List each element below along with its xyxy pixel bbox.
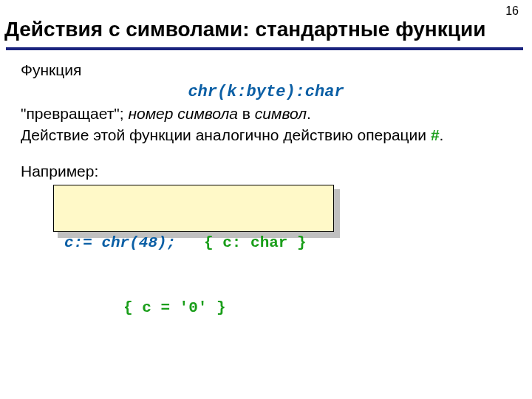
code-block: c:= chr(48); { c: char } { c = '0' }	[53, 185, 334, 232]
title-underline	[6, 47, 523, 50]
text-fragment: .	[307, 105, 311, 122]
text-fragment: в	[238, 105, 255, 122]
code-box: c:= chr(48); { c: char } { c = '0' }	[53, 185, 334, 232]
slide: 16 Действия с символами: стандартные фун…	[0, 0, 532, 399]
function-signature: chr(k:byte):char	[21, 82, 511, 103]
text-fragment: Действие этой функции аналогично действи…	[21, 126, 431, 143]
code-comment: { c: char }	[204, 234, 307, 251]
body-text: Функция chr(k:byte):char "превращает"; н…	[21, 61, 511, 183]
text-fragment-italic: номер символа	[128, 105, 238, 122]
text-fragment: .	[440, 126, 444, 143]
example-label: Например:	[21, 162, 511, 182]
body-line-1: Функция	[21, 61, 511, 81]
text-fragment-italic: символ	[255, 105, 307, 122]
code-comment: { c = '0' }	[123, 299, 226, 316]
slide-title: Действия с символами: стандартные функци…	[4, 18, 528, 41]
text-fragment: "превращает";	[21, 105, 128, 122]
page-number: 16	[505, 4, 519, 18]
hash-operator: #	[431, 126, 440, 143]
code-line-1: c:= chr(48); { c: char }	[64, 232, 323, 253]
body-line-3: Действие этой функции аналогично действи…	[21, 126, 511, 146]
body-line-2: "превращает"; номер символа в символ.	[21, 104, 511, 124]
code-statement: c:= chr(48);	[64, 234, 176, 251]
code-line-2: { c = '0' }	[64, 297, 323, 318]
